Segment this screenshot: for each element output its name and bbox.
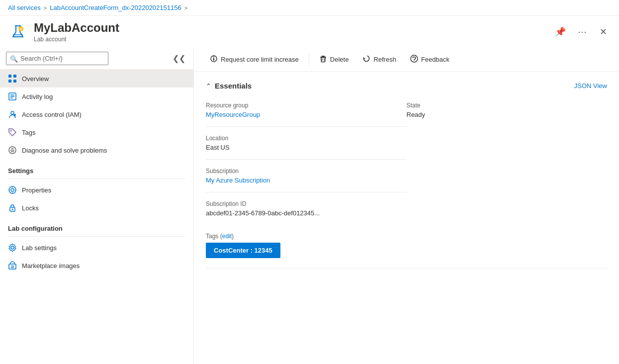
content-area: Request core limit increase Delete Refre… (194, 48, 619, 364)
essentials-left: Resource group MyResourceGroup Location … (206, 98, 407, 221)
state-value: Ready (407, 111, 608, 118)
sidebar-item-label-properties: Properties (22, 186, 51, 194)
sidebar-item-lab-settings[interactable]: Lab settings (0, 239, 193, 257)
location-cell: Location East US (206, 131, 407, 155)
sidebar-item-locks[interactable]: Locks (0, 199, 193, 217)
lab-config-divider (8, 236, 185, 237)
json-view-link[interactable]: JSON View (574, 82, 607, 90)
iam-icon (8, 110, 17, 119)
tags-label: Tags (edit) (206, 233, 607, 240)
sidebar-item-label-diagnose: Diagnose and solve problems (22, 147, 107, 154)
close-button[interactable]: ✕ (596, 24, 611, 39)
subscription-id-label: Subscription ID (206, 200, 407, 207)
diagnose-icon (8, 146, 17, 155)
subscription-cell: Subscription My Azure Subscription (206, 164, 407, 188)
page-title: MyLabAccount (34, 21, 546, 35)
feedback-label: Feedback (421, 56, 449, 63)
settings-divider (8, 179, 185, 179)
breadcrumb: All services > LabAccountCreateForm_dx-2… (0, 0, 619, 16)
sidebar-item-properties[interactable]: Properties (0, 181, 193, 199)
divider-3 (206, 192, 407, 192)
sidebar-item-diagnose[interactable]: Diagnose and solve problems (0, 141, 193, 159)
state-label: State (407, 102, 608, 109)
search-input[interactable] (6, 52, 108, 65)
toolbar-separator-1 (309, 54, 309, 66)
resource-icon (8, 22, 28, 42)
delete-label: Delete (330, 56, 349, 63)
sidebar-item-iam[interactable]: Access control (IAM) (0, 105, 193, 123)
breadcrumb-sep-1: > (44, 5, 47, 11)
search-icon: 🔍 (10, 55, 18, 62)
svg-rect-33 (322, 56, 325, 57)
feedback-icon (410, 55, 418, 64)
svg-rect-4 (8, 80, 11, 83)
settings-section-label: Settings (0, 159, 193, 177)
essentials-title: ⌃ Essentials (206, 82, 252, 90)
resource-group-cell: Resource group MyResourceGroup (206, 98, 407, 122)
subscription-id-cell: Subscription ID abcdef01-2345-6789-0abc-… (206, 196, 407, 221)
svg-rect-2 (8, 75, 11, 78)
refresh-label: Refresh (373, 56, 396, 63)
chevron-icon: ⌃ (206, 83, 211, 90)
location-label: Location (206, 135, 407, 142)
request-core-limit-button[interactable]: Request core limit increase (204, 52, 305, 67)
pin-button[interactable]: 📌 (552, 24, 569, 39)
sidebar-item-label-locks: Locks (22, 204, 39, 212)
overview-icon (8, 74, 17, 83)
request-icon (210, 55, 218, 64)
sidebar-item-overview[interactable]: Overview (0, 70, 193, 88)
state-cell: State Ready (407, 98, 608, 122)
resource-group-value[interactable]: MyResourceGroup (206, 111, 260, 118)
sidebar-item-label-marketplace: Marketplace images (22, 262, 80, 270)
request-core-limit-label: Request core limit increase (221, 56, 299, 63)
svg-rect-27 (9, 264, 16, 269)
collapse-icon: ❮❮ (173, 54, 185, 63)
svg-point-11 (14, 114, 16, 116)
svg-point-13 (10, 130, 12, 132)
svg-point-31 (213, 56, 214, 57)
more-button[interactable]: ⋯ (575, 24, 590, 39)
search-wrapper: 🔍 (6, 52, 169, 65)
bottom-divider (206, 268, 607, 269)
divider-2 (206, 159, 407, 160)
all-services-link[interactable]: All services (8, 4, 41, 11)
feedback-button[interactable]: Feedback (404, 52, 455, 67)
divider-1 (206, 126, 407, 127)
collapse-button[interactable]: ❮❮ (171, 52, 187, 65)
location-value: East US (206, 144, 407, 151)
subscription-label: Subscription (206, 168, 407, 175)
svg-rect-3 (13, 75, 16, 78)
refresh-icon (362, 55, 370, 64)
sidebar-item-label-activity-log: Activity log (22, 93, 53, 100)
page-subtitle: Lab account (34, 36, 546, 43)
sidebar: 🔍 ❮❮ Overview Activity log (0, 48, 194, 364)
refresh-button[interactable]: Refresh (356, 52, 402, 67)
sidebar-item-tags[interactable]: Tags (0, 123, 193, 141)
pin-icon: 📌 (555, 27, 566, 37)
sidebar-item-marketplace[interactable]: Marketplace images (0, 257, 193, 274)
marketplace-icon (8, 261, 17, 270)
main-layout: 🔍 ❮❮ Overview Activity log (0, 48, 619, 364)
essentials-header: ⌃ Essentials JSON View (206, 82, 607, 90)
breadcrumb-sep-2: > (184, 5, 187, 11)
sidebar-item-label-tags: Tags (22, 129, 35, 136)
subscription-value[interactable]: My Azure Subscription (206, 177, 270, 184)
svg-point-37 (414, 60, 415, 61)
resource-group-label: Resource group (206, 102, 407, 109)
header-title-group: MyLabAccount Lab account (34, 21, 546, 43)
search-bar: 🔍 ❮❮ (0, 48, 193, 70)
sidebar-item-label-iam: Access control (IAM) (22, 111, 82, 118)
sidebar-item-activity-log[interactable]: Activity log (0, 88, 193, 105)
lab-config-section-label: Lab configuration (0, 217, 193, 234)
sidebar-nav: Overview Activity log Access control (IA… (0, 70, 193, 364)
delete-button[interactable]: Delete (313, 52, 355, 67)
sidebar-item-label-lab-settings: Lab settings (22, 244, 57, 252)
svg-rect-5 (13, 80, 16, 83)
subscription-id-value: abcdef01-2345-6789-0abc-def012345... (206, 209, 407, 217)
essentials-right: State Ready (407, 98, 608, 221)
svg-point-25 (12, 209, 13, 210)
delete-icon (319, 55, 327, 64)
tags-edit-link[interactable]: edit (222, 233, 232, 240)
essentials-label: Essentials (215, 82, 252, 90)
resource-link[interactable]: LabAccountCreateForm_dx-20220202151156 (50, 4, 181, 11)
